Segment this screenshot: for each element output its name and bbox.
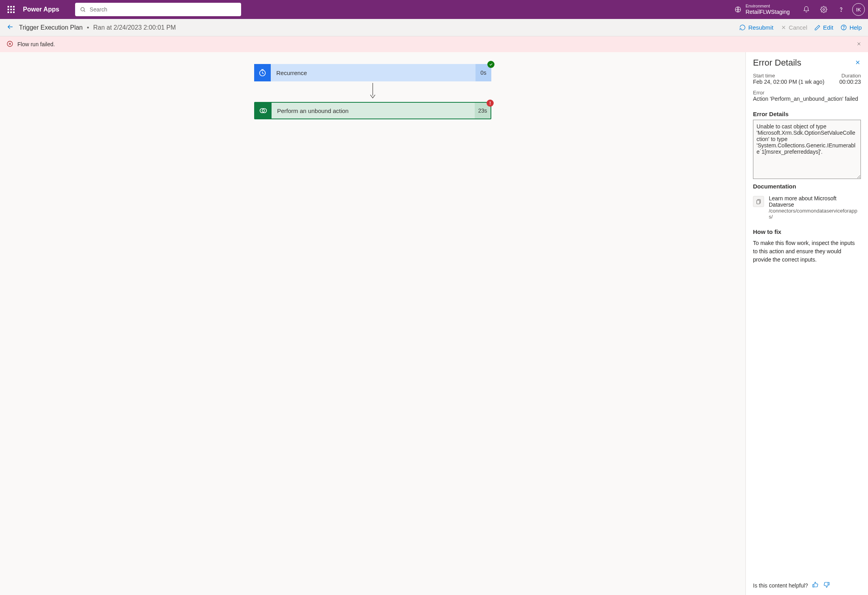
svg-rect-13 [757,200,760,203]
recurrence-icon [254,64,271,81]
search-box[interactable] [75,3,241,16]
help-circle-icon [840,24,847,31]
banner-close-button[interactable] [856,41,862,48]
product-name[interactable]: Power Apps [23,6,59,13]
gear-icon [820,6,827,13]
edit-button[interactable]: Edit [814,24,833,31]
feedback-row: Is this content helpful? [753,573,861,589]
command-bar: Trigger Execution Plan • Ran at 2/24/202… [0,19,868,36]
thumbs-down-icon [823,581,830,588]
how-to-fix-text: To make this flow work, inspect the inpu… [753,239,861,264]
svg-point-0 [81,8,84,11]
top-bar: Power Apps Environment RetailFLWStaging … [0,0,868,19]
status-error-badge: ! [487,100,494,107]
settings-button[interactable] [815,1,832,18]
svg-point-4 [841,11,841,11]
error-banner-text: Flow run failed. [17,41,55,47]
flow-canvas[interactable]: Recurrence 0s Perform an unbound action … [0,52,745,595]
thumbs-up-button[interactable] [812,581,819,589]
error-details-heading: Error Details [753,111,861,117]
document-icon [753,196,764,207]
documentation-heading: Documentation [753,183,861,190]
arrow-left-icon [6,23,14,31]
flow-title: Trigger Execution Plan [19,24,83,31]
svg-line-1 [84,11,85,12]
panel-title: Error Details [753,58,801,68]
feedback-label: Is this content helpful? [753,582,808,589]
flow-step-label: Perform an unbound action [272,103,475,119]
close-icon [856,41,862,47]
documentation-link[interactable]: Learn more about Microsoft Dataverse /co… [753,195,861,220]
app-launcher-button[interactable] [3,2,19,17]
breadcrumb: Trigger Execution Plan • Ran at 2/24/202… [19,24,176,31]
cancel-button: Cancel [781,24,808,31]
x-icon [781,24,787,30]
error-details-text[interactable] [753,120,861,179]
flow-connector [254,81,491,102]
svg-point-6 [843,29,844,29]
environment-label: Environment [745,4,790,9]
dataverse-icon [255,103,272,119]
check-icon [489,62,493,66]
start-time-value: Feb 24, 02:00 PM (1 wk ago) [753,79,833,85]
flow-step-unbound-action[interactable]: Perform an unbound action 23s ! [254,102,491,119]
bell-icon [803,6,810,13]
help-button[interactable] [832,1,850,18]
error-circle-icon [6,40,13,49]
error-details-panel: Error Details Start time Feb 24, 02:00 P… [745,52,868,595]
question-icon [838,6,845,13]
back-button[interactable] [6,23,19,32]
user-avatar[interactable]: IK [852,3,865,16]
environment-picker[interactable]: Environment RetailFLWStaging [734,4,790,15]
resubmit-button[interactable]: Resubmit [739,24,773,31]
search-input[interactable] [90,6,236,13]
main-area: Recurrence 0s Perform an unbound action … [0,52,868,595]
close-icon [855,59,861,66]
status-success-badge [487,61,494,68]
duration-value: 00:00:23 [840,79,861,85]
notifications-button[interactable] [798,1,815,18]
pencil-icon [814,24,821,31]
error-banner: Flow run failed. [0,36,868,52]
how-to-fix-heading: How to fix [753,228,861,235]
waffle-icon [8,6,15,13]
refresh-icon [739,24,746,31]
help-command-button[interactable]: Help [840,24,862,31]
documentation-path: /connectors/commondataserviceforapps/ [769,208,861,220]
run-timestamp: Ran at 2/24/2023 2:00:01 PM [93,24,176,31]
svg-point-3 [823,9,825,11]
globe-icon [734,6,742,13]
flow-step-recurrence[interactable]: Recurrence 0s [254,64,491,81]
search-icon [80,6,86,13]
start-time-label: Start time [753,73,833,79]
duration-label: Duration [840,73,861,79]
panel-close-button[interactable] [855,59,861,67]
thumbs-down-button[interactable] [823,581,830,589]
documentation-title: Learn more about Microsoft Dataverse [769,195,861,208]
flow-step-label: Recurrence [271,64,476,81]
thumbs-up-icon [812,581,819,588]
error-label: Error [753,90,861,96]
error-value: Action 'Perform_an_unbound_action' faile… [753,96,861,102]
environment-name: RetailFLWStaging [745,9,790,15]
